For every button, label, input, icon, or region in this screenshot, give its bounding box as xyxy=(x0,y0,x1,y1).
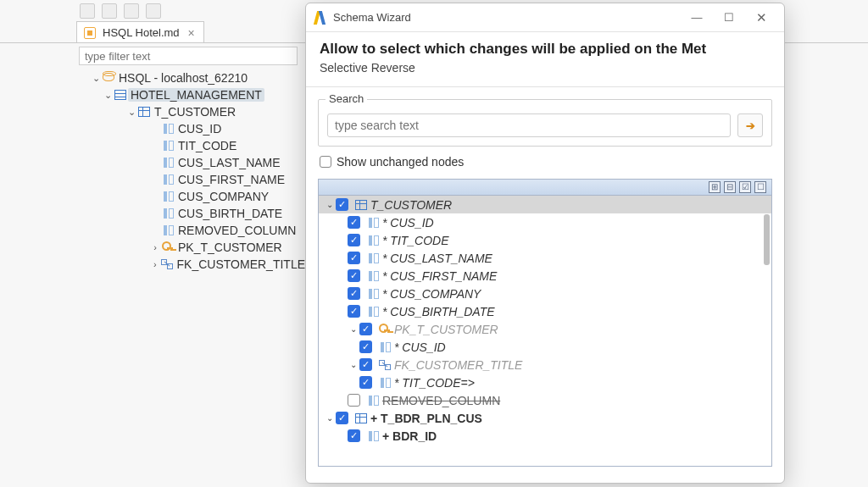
filter-input[interactable] xyxy=(79,47,298,65)
toolbar-icon[interactable] xyxy=(80,3,95,19)
close-button[interactable]: ✕ xyxy=(745,6,777,30)
foreign-key-icon xyxy=(377,360,392,370)
checkbox-checked-icon[interactable] xyxy=(348,234,360,246)
checkbox-checked-icon[interactable] xyxy=(359,340,372,353)
column-icon xyxy=(160,158,175,168)
checkbox-checked-icon[interactable] xyxy=(348,216,360,229)
node-label: PK_T_CUSTOMER xyxy=(394,323,498,336)
checkbox-checked-icon[interactable] xyxy=(348,287,360,300)
checkbox-checked-icon[interactable] xyxy=(348,305,360,318)
database-icon xyxy=(101,74,116,82)
tree-node-column[interactable]: REMOVED_COLUMN xyxy=(79,222,308,239)
maximize-button[interactable]: ☐ xyxy=(713,6,745,30)
search-input[interactable] xyxy=(327,113,731,137)
minimize-button[interactable]: — xyxy=(681,6,713,30)
editor-tab[interactable]: HSQL Hotel.md × xyxy=(76,21,204,43)
changes-tree[interactable]: ⌄ T_CUSTOMER * CUS_ID * TIT_CODE * CUS_L… xyxy=(318,196,772,467)
toolbar-icon[interactable] xyxy=(124,3,139,19)
tree-node-column[interactable]: TIT_CODE xyxy=(79,137,308,154)
tree-node-pk[interactable]: ⌄ PK_T_CUSTOMER xyxy=(319,320,771,338)
tree-node-column[interactable]: * TIT_CODE xyxy=(319,231,771,249)
tree-label: CUS_COMPANY xyxy=(175,190,271,203)
toolbar-icon[interactable] xyxy=(102,3,117,19)
uncheck-all-button[interactable]: ☐ xyxy=(754,181,766,193)
tree-node-table[interactable]: ⌄ T_CUSTOMER xyxy=(319,196,771,213)
tree-node-column[interactable]: * CUS_LAST_NAME xyxy=(319,249,771,267)
checkbox-checked-icon[interactable] xyxy=(348,429,360,442)
tree-node-column[interactable]: * CUS_FIRST_NAME xyxy=(319,267,771,285)
column-icon xyxy=(365,307,381,317)
foreign-key-icon xyxy=(159,259,174,269)
column-icon xyxy=(365,253,381,263)
tree-node-column[interactable]: CUS_FIRST_NAME xyxy=(79,171,308,188)
column-icon xyxy=(365,271,381,281)
tree-node-fk[interactable]: ›FK_CUSTOMER_TITLE xyxy=(79,256,308,273)
checkbox-checked-icon[interactable] xyxy=(359,323,372,335)
tree-node-column[interactable]: * CUS_ID xyxy=(319,213,771,231)
tree-label: FK_CUSTOMER_TITLE xyxy=(175,257,308,271)
node-label: T_CUSTOMER xyxy=(370,198,452,212)
column-icon xyxy=(365,431,381,441)
chevron-down-icon[interactable]: ⌄ xyxy=(348,360,359,369)
column-icon xyxy=(160,191,175,202)
tree-node-db[interactable]: ⌄ HSQL - localhost_62210 xyxy=(79,69,308,86)
tree-node-column[interactable]: * CUS_ID xyxy=(319,338,771,356)
node-label: REMOVED_COLUMN xyxy=(382,394,500,407)
check-all-button[interactable]: ☑ xyxy=(739,181,751,193)
checkbox-checked-icon[interactable] xyxy=(336,198,348,211)
tree-node-removed-column[interactable]: REMOVED_COLUMN xyxy=(319,391,771,409)
checkbox-unchecked-icon[interactable] xyxy=(320,156,331,168)
chevron-right-icon[interactable]: › xyxy=(150,259,159,269)
column-icon xyxy=(160,225,175,235)
model-file-icon xyxy=(82,27,97,39)
tree-node-column[interactable]: CUS_BIRTH_DATE xyxy=(79,205,308,222)
chevron-down-icon[interactable]: ⌄ xyxy=(103,90,113,101)
scrollbar-thumb[interactable] xyxy=(764,214,770,265)
node-label: + BDR_ID xyxy=(382,429,437,443)
schema-wizard-dialog: Schema Wizard — ☐ ✕ Allow to select whic… xyxy=(305,3,785,484)
column-icon xyxy=(365,396,381,406)
tree-node-column[interactable]: * CUS_BIRTH_DATE xyxy=(319,302,771,320)
dialog-titlebar[interactable]: Schema Wizard — ☐ ✕ xyxy=(306,3,784,31)
checkbox-checked-icon[interactable] xyxy=(359,376,372,389)
checkbox-checked-icon[interactable] xyxy=(336,412,348,424)
key-icon xyxy=(160,241,175,253)
chevron-down-icon[interactable]: ⌄ xyxy=(126,107,136,118)
tree-node-added-table[interactable]: ⌄ + T_BDR_PLN_CUS xyxy=(319,409,771,427)
project-tree[interactable]: ⌄ HSQL - localhost_62210 ⌄ HOTEL_MANAGEM… xyxy=(79,69,308,273)
tree-label: CUS_ID xyxy=(175,122,224,136)
expand-all-button[interactable]: ⊞ xyxy=(709,181,721,193)
chevron-down-icon[interactable]: ⌄ xyxy=(324,200,336,209)
chevron-down-icon[interactable]: ⌄ xyxy=(324,413,336,423)
chevron-right-icon[interactable]: › xyxy=(150,242,160,252)
tree-label: TIT_CODE xyxy=(175,139,239,152)
tree-node-schema[interactable]: ⌄ HOTEL_MANAGEMENT xyxy=(79,86,308,103)
tree-node-column[interactable]: * TIT_CODE=> xyxy=(319,374,771,391)
arrow-right-icon: ➔ xyxy=(746,119,755,132)
close-icon[interactable]: × xyxy=(188,26,195,40)
search-go-button[interactable]: ➔ xyxy=(737,113,763,137)
tree-label: REMOVED_COLUMN xyxy=(175,224,298,237)
checkbox-checked-icon[interactable] xyxy=(348,269,360,282)
toolbar-icon[interactable] xyxy=(146,3,161,19)
tree-node-added-column[interactable]: + BDR_ID xyxy=(319,427,771,445)
tree-node-column[interactable]: CUS_ID xyxy=(79,120,308,137)
node-label: * CUS_LAST_NAME xyxy=(382,252,492,265)
key-icon xyxy=(377,324,392,335)
collapse-all-button[interactable]: ⊟ xyxy=(724,181,736,193)
chevron-down-icon[interactable]: ⌄ xyxy=(91,73,101,84)
chevron-down-icon[interactable]: ⌄ xyxy=(348,324,359,334)
checkbox-unchecked-icon[interactable] xyxy=(348,394,360,407)
column-icon xyxy=(160,174,175,185)
tree-node-table[interactable]: ⌄ T_CUSTOMER xyxy=(79,103,308,120)
tree-node-column[interactable]: * CUS_COMPANY xyxy=(319,285,771,302)
tree-label-selected: HOTEL_MANAGEMENT xyxy=(128,88,264,102)
checkbox-checked-icon[interactable] xyxy=(348,252,360,264)
tree-node-pk[interactable]: ›PK_T_CUSTOMER xyxy=(79,239,308,256)
tree-node-fk[interactable]: ⌄ FK_CUSTOMER_TITLE xyxy=(319,356,771,374)
tree-node-column[interactable]: CUS_LAST_NAME xyxy=(79,154,308,171)
column-icon xyxy=(160,124,175,134)
checkbox-checked-icon[interactable] xyxy=(359,358,372,371)
show-unchanged-checkbox-row[interactable]: Show unchanged nodes xyxy=(306,152,784,175)
tree-node-column[interactable]: CUS_COMPANY xyxy=(79,188,308,205)
